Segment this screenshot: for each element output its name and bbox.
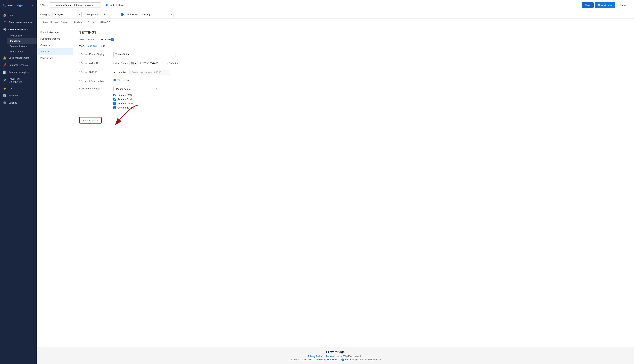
left-nav-form-message[interactable]: Form & Message	[37, 29, 73, 36]
delivery-methods-row: * Delivery methods: Please select... Pri…	[79, 86, 628, 109]
primary-sms-checkbox-item[interactable]: Primary SMS	[113, 94, 628, 96]
everbridge-app-label: Everbridge App	[118, 106, 134, 109]
sidebar-item-label: SnapComms	[10, 50, 23, 53]
country-label: United States	[113, 62, 128, 65]
live-radio[interactable]	[116, 4, 119, 6]
name-label: * Name	[40, 4, 48, 6]
request-confirmation-label: * Request Confirmation:	[79, 79, 110, 82]
everbridge-app-checkbox[interactable]	[113, 106, 116, 109]
sidebar-item-ita[interactable]: ⚡ ITA	[0, 85, 37, 92]
topbar: * Name Draft Live Save Save & Copy Cance…	[37, 0, 634, 10]
read-only-link[interactable]: Read-only	[87, 44, 97, 47]
spacer	[79, 124, 628, 138]
draft-radio[interactable]	[106, 4, 108, 6]
sms-id-input[interactable]	[130, 70, 170, 75]
left-panel: Form & Message Publishing Options Contac…	[37, 26, 73, 347]
privacy-policy-link[interactable]: Privacy Policy	[308, 355, 322, 358]
situational-awareness-icon: 📍	[3, 20, 7, 24]
category-label: Category	[40, 13, 50, 16]
footer-version-text: 24.1.0.4-ca31a5d-2024-03-06-06:56	[289, 358, 325, 361]
category-select[interactable]: Outages	[52, 12, 82, 17]
no-radio[interactable]	[123, 79, 125, 81]
topbar2: Category Outages Template ID i ITA Proce…	[37, 10, 634, 19]
left-nav-contacts[interactable]: Contacts	[37, 42, 73, 48]
sidebar-item-incidents[interactable]: Incidents	[7, 38, 37, 44]
save-button[interactable]: Save	[582, 2, 594, 8]
sidebar-item-snapcomms[interactable]: SnapComms	[7, 49, 37, 54]
sidebar-item-label: Communications	[9, 28, 28, 31]
communications-icon: 📢	[3, 28, 7, 31]
sender-email-label: * Sender E-Mail Display:	[79, 52, 110, 56]
ita-process-select-wrapper: Dev Ops IT Operations HR Finance	[141, 12, 174, 17]
travel-risk-icon: ✈️	[3, 79, 7, 82]
tab-update[interactable]: Update	[71, 19, 85, 26]
name-input[interactable]	[50, 2, 101, 8]
ita-process-info-icon[interactable]: i	[121, 13, 124, 16]
sender-email-input[interactable]	[113, 52, 176, 57]
sidebar-item-label: Workflow	[9, 94, 18, 97]
left-nav-permissions[interactable]: Permissions	[37, 55, 73, 61]
primary-mobile-checkbox[interactable]	[113, 102, 116, 105]
sidebar-sub-group: Notifications Incidents Communications S…	[0, 33, 37, 54]
status-radio-group: Draft Live	[106, 4, 123, 6]
everbridge-app-checkbox-item[interactable]: Everbridge App	[113, 106, 628, 109]
flag-selector[interactable]: 🇺🇸 ▾	[130, 61, 138, 66]
tab-manage[interactable]: MANAGE	[97, 19, 113, 26]
content-area: Form & Message Publishing Options Contac…	[37, 26, 634, 347]
sidebar-item-label: Situational Awareness	[9, 21, 32, 24]
primary-email-checkbox-item[interactable]: Primary Email	[113, 98, 628, 100]
phone-number-input[interactable]	[142, 61, 166, 66]
sidebar-logo: ⬡ everbridge «	[0, 0, 37, 10]
sidebar-item-workflow[interactable]: ↪️ Workflow	[0, 92, 37, 99]
live-radio-label[interactable]: Live	[116, 4, 124, 6]
main-wrapper: * Name Draft Live Save Save & Copy Cance…	[37, 0, 634, 364]
content-with-tabs: New | Updated | Closed Update Close MANA…	[37, 19, 634, 347]
yes-radio[interactable]	[113, 79, 116, 81]
ita-process-select[interactable]: Dev Ops IT Operations HR Finance	[141, 12, 174, 17]
sidebar-collapse-button[interactable]: «	[32, 4, 34, 7]
sidebar-item-communications-sub[interactable]: Communications	[7, 44, 37, 49]
draft-radio-label[interactable]: Draft	[106, 4, 114, 6]
tab-close[interactable]: Close	[85, 19, 97, 26]
footer-info-icon[interactable]: i	[342, 358, 344, 361]
no-radio-label[interactable]: No	[123, 79, 129, 82]
settings-panel: SETTINGS View: Default | Condition 0 Vie…	[73, 26, 634, 347]
terms-of-use-link[interactable]: Terms of Use	[326, 355, 339, 358]
sidebar-item-situational-awareness[interactable]: 📍 Situational Awareness	[0, 19, 37, 26]
template-id-input[interactable]	[102, 12, 116, 17]
edit-link[interactable]: Edit	[101, 44, 105, 47]
left-nav-publishing-options[interactable]: Publishing Options	[37, 36, 73, 42]
sidebar-item-label: Notifications	[10, 34, 23, 37]
footer-logo-text: everbridge	[330, 350, 345, 354]
sender-sms-label: * Sender SMS ID:	[79, 70, 110, 74]
sidebar-item-label: ITA	[9, 87, 12, 90]
sidebar-item-notifications[interactable]: Notifications	[7, 33, 37, 38]
sidebar-item-home[interactable]: 🏠 Home	[0, 12, 37, 19]
sidebar-item-reports-analytics[interactable]: 📊 Reports + Analytics	[0, 68, 37, 76]
sidebar-item-communications[interactable]: 📢 Communications	[0, 26, 37, 33]
workflow-icon: ↪️	[3, 94, 7, 97]
footer-copyright-text: © 2024 Everbridge, Inc.	[341, 355, 364, 358]
yes-label: Yes	[117, 79, 120, 82]
primary-mobile-checkbox-item[interactable]: Primary Mobile	[113, 102, 628, 105]
more-options-button[interactable]: > More options	[79, 117, 102, 124]
primary-sms-checkbox[interactable]	[113, 94, 116, 96]
view-default-link[interactable]: Default	[87, 38, 95, 41]
left-nav-settings[interactable]: Settings	[37, 48, 73, 55]
sidebar-item-contacts-assets[interactable]: 📌 Contacts + Assets	[0, 62, 37, 68]
primary-email-checkbox[interactable]	[113, 98, 116, 100]
save-copy-button[interactable]: Save & Copy	[595, 2, 615, 8]
sidebar-item-travel-risk[interactable]: ✈️ Travel Risk Management	[0, 76, 37, 85]
delivery-methods-select[interactable]: Please select...	[113, 86, 157, 92]
yes-radio-label[interactable]: Yes	[113, 79, 120, 82]
sidebar-item-crisis-management[interactable]: ⚠️ Crisis Management	[0, 54, 37, 62]
sidebar-item-settings[interactable]: ⚙️ Settings	[0, 99, 37, 106]
tab-new-updated-closed[interactable]: New | Updated | Closed	[40, 19, 71, 26]
view-edit-bar: View: Read-only | Edit	[79, 44, 628, 47]
settings-title: SETTINGS	[79, 30, 628, 34]
flag-emoji: 🇺🇸	[131, 62, 134, 65]
footer-fe-version-label: FE-VERSION	[327, 358, 340, 361]
cancel-button[interactable]: Cancel	[617, 2, 630, 8]
sidebar-item-label: Settings	[9, 101, 17, 104]
delivery-checkbox-list: Primary SMS Primary Email Primary Mobile	[113, 94, 628, 109]
